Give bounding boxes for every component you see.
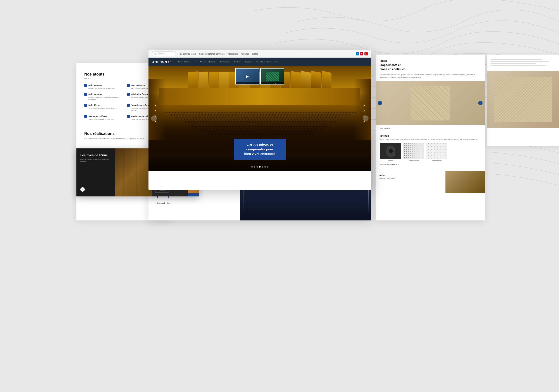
atout-3: Multi supports Médium, aggloméré, compac…: [84, 93, 122, 101]
en-savoir-link[interactable]: En savoir plus →: [157, 202, 232, 204]
panneau-product-1: artphony: [380, 143, 401, 161]
search-bar[interactable]: 🔍 Recherche...: [152, 52, 176, 56]
panneau-title: nneaux: [380, 135, 480, 137]
panneau-desc: ndoor et ariel, adverçant eft, est do él…: [380, 138, 480, 141]
left-wall: [149, 79, 166, 140]
nav-link-4[interactable]: Actualités: [241, 53, 249, 55]
nav-bureau-etudes[interactable]: Bureau d'études: [178, 61, 190, 63]
hero-line-1: L'art de mieux se: [238, 142, 281, 147]
nav-link-2[interactable]: Catalogue et fiches techniques: [199, 53, 224, 55]
text-line: [490, 65, 546, 66]
play-icon: ▶: [246, 74, 249, 79]
dot-3[interactable]: [257, 166, 258, 168]
dot-product-img: [403, 143, 424, 159]
nav-atelier[interactable]: Atelier de fabrication: [200, 61, 216, 63]
right-header-text: ches doppements et tions en continues: [380, 59, 405, 71]
dot-7[interactable]: [267, 166, 269, 168]
light: [364, 105, 365, 106]
stage-area: [159, 88, 360, 105]
nav-perforations[interactable]: Perforations: [220, 61, 230, 63]
linkedin-icon[interactable]: in: [356, 52, 359, 55]
ceiling-panel: [311, 71, 321, 90]
product-image: ‹ ›: [376, 81, 485, 125]
atout-5: Multi décors Tous types de essentiels, t…: [84, 104, 122, 112]
hero-arrow-right[interactable]: ›: [363, 116, 369, 121]
atout-5-desc: Tous types de essentiels, toutes couleur…: [84, 107, 122, 109]
panneau-section: nneaux ndoor et ariel, adverçant eft, es…: [376, 131, 485, 169]
contact-img: [446, 171, 485, 193]
hero-line-3: bien vivre ensemble: [238, 152, 281, 156]
pinterest-icon[interactable]: P: [360, 52, 363, 55]
hero-text-box: L'art de mieux se comprendre pour bien v…: [234, 139, 286, 160]
light: [155, 105, 156, 106]
top-right-product-img: [487, 71, 559, 128]
voir-tous-arrow: →: [398, 164, 400, 165]
light: [364, 121, 365, 122]
right-panel-header: ches doppements et tions en continues: [376, 55, 485, 73]
atout-7-title: Avantages tarifaires: [84, 115, 122, 118]
nav-conseils[interactable]: Conseils de mise en oeuvre: [256, 61, 278, 63]
main-browser: 🔍 Recherche... Qui sommes-nous ? Catalog…: [149, 50, 371, 190]
voir-arrow-icon: →: [391, 127, 393, 129]
brand-logo: artPHONY®: [152, 60, 172, 64]
dark-subtitle: Parmi de courbe commerciale description …: [80, 158, 111, 163]
dark-title: Les rives de l'Orne: [80, 153, 111, 157]
hero-arrow-left[interactable]: ‹: [151, 116, 157, 121]
atout-7-desc: Sur les commandes de N° à 10.000m²: [84, 119, 122, 121]
atout-1-title: Multi marques: [84, 84, 122, 87]
voir-produits-link[interactable]: nos produits →: [376, 125, 485, 131]
brand-name: artPHONY: [152, 60, 170, 64]
atout-3-title: Multi supports: [84, 93, 122, 96]
atout-7: Avantages tarifaires Sur les commandes d…: [84, 115, 122, 121]
dot-2[interactable]: [254, 166, 255, 168]
atout-5-title: Multi décors: [84, 104, 122, 107]
product-arrow-left[interactable]: ‹: [378, 101, 382, 105]
light: [155, 121, 156, 122]
hero-thumb-1[interactable]: ▶ Interlocuteur unique: [235, 68, 259, 84]
atout-3-desc: Médium, aggloméré, compact, essences boi…: [84, 96, 122, 101]
contact-sub: Nouvelles artPHONY®: [380, 177, 441, 180]
nav-link-1[interactable]: Qui sommes-nous ?: [179, 53, 196, 55]
product-arrow-right[interactable]: ›: [478, 101, 483, 105]
dot-5[interactable]: [262, 166, 263, 168]
product-texture: [410, 86, 450, 120]
nav-link-5[interactable]: Contact: [252, 53, 258, 55]
voir-produits-label: nos produits: [380, 127, 390, 129]
nav-supports[interactable]: Supports: [245, 61, 252, 63]
hero-dots: [251, 166, 269, 168]
dark-product-img: [380, 143, 401, 159]
contact-img-overlay: [446, 171, 485, 193]
ceiling-panel: [322, 71, 331, 90]
small-dot-pattern: [426, 143, 447, 159]
panneau-product-3: micro-perforation: [426, 143, 447, 161]
arrow-icon: →: [171, 202, 173, 204]
nav-finitions[interactable]: Finitions: [234, 61, 241, 63]
youtube-icon[interactable]: ▶: [364, 52, 368, 55]
voir-tous-link[interactable]: voir tous les panneaux →: [380, 164, 480, 165]
hero-thumb-2[interactable]: fictions acoustiques: [260, 68, 284, 84]
top-nav-bar: 🔍 Recherche... Qui sommes-nous ? Catalog…: [149, 50, 371, 58]
dot-pattern: [403, 143, 424, 159]
white-product-img: [426, 143, 447, 159]
hero-video-strip: ▶ Interlocuteur unique fictions acoustiq…: [235, 68, 284, 84]
dot-1[interactable]: [251, 166, 253, 168]
product-label-3: micro-perforation: [426, 160, 447, 161]
light: [364, 110, 365, 111]
arrow-circle-icon[interactable]: →: [80, 187, 85, 192]
search-icon: 🔍: [154, 53, 156, 55]
top-right-text: [487, 55, 559, 71]
dot-4[interactable]: [259, 166, 261, 168]
stage-wall-left: [159, 88, 260, 105]
contact-text: actus Nouvelles artPHONY®: [376, 171, 446, 193]
contact-label: actus: [380, 174, 441, 176]
stage-wall-right: [260, 88, 360, 105]
dark-text-left: Les rives de l'Orne Parmi de courbe comm…: [76, 148, 115, 196]
dot-6[interactable]: [264, 166, 266, 168]
thumb-2-label: fictions acoustiques: [261, 82, 284, 84]
nav-link-3[interactable]: Réalisations: [228, 53, 238, 55]
contact-section: actus Nouvelles artPHONY®: [376, 171, 485, 193]
right-wall: [354, 79, 371, 140]
atout-1: Multi marques Linteaux bois du mobilier …: [84, 84, 122, 90]
dark-wood-image: [115, 148, 152, 196]
speaker-center: [389, 149, 393, 153]
